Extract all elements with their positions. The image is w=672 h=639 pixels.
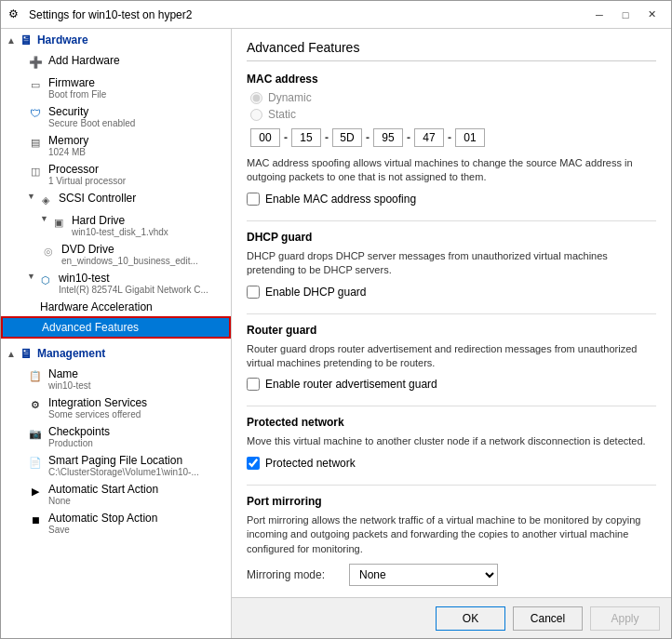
titlebar: ⚙ Settings for win10-test on hyper2 ─ □ … — [1, 1, 671, 29]
mac-field-2[interactable] — [291, 128, 321, 147]
radio-static-input[interactable] — [250, 109, 262, 121]
sidebar-item-dvd-drive[interactable]: ◎ DVD Drive en_windows_10_business_edit.… — [1, 240, 231, 269]
sidebar-item-scsi-controller[interactable]: ▼ ◈ SCSI Controller — [1, 189, 231, 211]
management-icon: 🖥 — [20, 346, 33, 361]
dhcp-guard-section: DHCP guard DHCP guard drops DHCP server … — [247, 231, 656, 299]
mac-sep-2: - — [325, 131, 329, 144]
close-button[interactable]: ✕ — [639, 6, 664, 24]
maximize-button[interactable]: □ — [613, 6, 638, 24]
mac-field-1[interactable] — [250, 128, 280, 147]
window-title: Settings for win10-test on hyper2 — [29, 8, 587, 21]
router-guard-checkbox-label: Enable router advertisement guard — [265, 378, 437, 391]
sidebar-item-processor[interactable]: ◫ Processor 1 Virtual processor — [1, 160, 231, 189]
sidebar-item-memory[interactable]: ▤ Memory 1024 MB — [1, 131, 231, 160]
name-text: Name win10-test — [48, 367, 91, 391]
dhcp-guard-checkbox-label: Enable DHCP guard — [265, 286, 367, 299]
mac-sep-5: - — [448, 131, 451, 144]
router-guard-label: Router guard — [247, 324, 656, 337]
mac-field-5[interactable] — [414, 128, 444, 147]
mirroring-mode-select[interactable]: None Source Destination — [349, 564, 498, 586]
mac-sep-3: - — [366, 131, 370, 144]
dvd-text: DVD Drive en_windows_10_business_edit... — [61, 243, 198, 266]
sidebar-item-integration-services[interactable]: ⚙ Integration Services Some services off… — [1, 393, 231, 422]
protected-network-desc: Move this virtual machine to another clu… — [247, 434, 656, 448]
processor-text: Processor 1 Virtual processor — [48, 163, 126, 186]
protected-network-checkbox[interactable] — [247, 457, 260, 470]
management-section-label: Management — [37, 347, 105, 360]
radio-dynamic[interactable]: Dynamic — [250, 91, 656, 104]
memory-text: Memory 1024 MB — [48, 134, 88, 157]
firmware-icon: ▭ — [27, 76, 44, 93]
mac-field-6[interactable] — [455, 128, 485, 147]
hard-drive-expand-icon: ▼ — [40, 214, 48, 223]
sidebar-item-firmware[interactable]: ▭ Firmware Boot from File — [1, 73, 231, 102]
mac-address-section: MAC address Dynamic Static — [247, 73, 656, 206]
hardware-expand-icon: ▲ — [7, 35, 16, 46]
port-mirroring-section: Port mirroring Port mirroring allows the… — [247, 495, 656, 586]
divider-1 — [247, 220, 656, 221]
protected-network-label: Protected network — [247, 416, 656, 429]
sidebar-item-security[interactable]: 🛡 Security Secure Boot enabled — [1, 102, 231, 131]
sidebar-item-hw-acceleration[interactable]: Hardware Acceleration — [1, 298, 231, 316]
ok-button[interactable]: OK — [436, 606, 505, 631]
router-guard-section: Router guard Router guard drops router a… — [247, 324, 656, 392]
auto-start-icon: ▶ — [27, 483, 44, 499]
sidebar-item-add-hardware[interactable]: ➕ Add Hardware — [1, 51, 231, 73]
apply-button[interactable]: Apply — [590, 606, 660, 631]
panel-title: Advanced Features — [247, 40, 656, 61]
radio-static[interactable]: Static — [250, 108, 656, 121]
titlebar-buttons: ─ □ ✕ — [587, 6, 664, 24]
router-guard-checkbox[interactable] — [247, 378, 260, 391]
mac-sep-1: - — [284, 131, 288, 144]
smart-paging-text: Smart Paging File Location C:\ClusterSto… — [48, 454, 199, 477]
sidebar-item-nic[interactable]: ▼ ⬡ win10-test Intel(R) 82574L Gigabit N… — [1, 269, 231, 298]
sidebar-item-advanced-features[interactable]: Advanced Features — [1, 316, 231, 339]
mac-fields: - - - - - — [250, 128, 656, 147]
mac-field-3[interactable] — [332, 128, 362, 147]
right-content: Advanced Features MAC address Dynamic St… — [232, 29, 671, 597]
scsi-expand-icon: ▼ — [27, 192, 35, 201]
sidebar-item-auto-stop[interactable]: ⏹ Automatic Stop Action Save — [1, 509, 231, 538]
sidebar-item-name[interactable]: 📋 Name win10-test — [1, 365, 231, 393]
sidebar-item-smart-paging[interactable]: 📄 Smart Paging File Location C:\ClusterS… — [1, 451, 231, 480]
divider-2 — [247, 313, 656, 314]
main-window: ⚙ Settings for win10-test on hyper2 ─ □ … — [0, 0, 672, 639]
mirroring-mode-row: Mirroring mode: None Source Destination — [247, 564, 656, 586]
sidebar-item-hard-drive[interactable]: ▼ ▣ Hard Drive win10-test_disk_1.vhdx — [1, 211, 231, 240]
add-hardware-text: Add Hardware — [48, 54, 120, 67]
cancel-button[interactable]: Cancel — [513, 606, 583, 631]
dhcp-guard-checkbox-row: Enable DHCP guard — [247, 286, 656, 299]
integration-icon: ⚙ — [27, 396, 44, 413]
mac-spoofing-checkbox[interactable] — [247, 193, 260, 206]
sidebar-item-auto-start[interactable]: ▶ Automatic Start Action None — [1, 480, 231, 509]
radio-dynamic-input[interactable] — [250, 92, 262, 104]
sidebar-item-checkpoints[interactable]: 📷 Checkpoints Production — [1, 422, 231, 451]
dhcp-guard-label: DHCP guard — [247, 231, 656, 244]
dvd-icon: ◎ — [40, 243, 57, 260]
divider-4 — [247, 485, 656, 486]
bottom-bar: OK Cancel Apply — [232, 597, 671, 638]
window-icon: ⚙ — [8, 7, 23, 22]
nic-text: win10-test Intel(R) 82574L Gigabit Netwo… — [59, 272, 208, 295]
add-hardware-icon: ➕ — [27, 54, 44, 71]
nic-icon: ⬡ — [37, 272, 54, 288]
hardware-section-header: ▲ 🖥 Hardware — [1, 29, 231, 51]
right-panel: Advanced Features MAC address Dynamic St… — [232, 29, 671, 638]
checkpoints-icon: 📷 — [27, 425, 44, 442]
scsi-icon: ◈ — [37, 192, 54, 208]
mac-spoofing-label: Enable MAC address spoofing — [265, 193, 416, 206]
hardware-section-label: Hardware — [37, 33, 88, 47]
left-panel: ▲ 🖥 Hardware ➕ Add Hardware ▭ Firmware B… — [1, 29, 232, 638]
auto-start-text: Automatic Start Action None — [48, 483, 158, 506]
hw-acceleration-text: Hardware Acceleration — [40, 300, 153, 313]
hard-drive-icon: ▣ — [50, 214, 67, 231]
dhcp-guard-checkbox[interactable] — [247, 286, 260, 299]
management-expand-icon: ▲ — [7, 349, 16, 359]
radio-dynamic-label: Dynamic — [268, 91, 312, 104]
port-mirroring-desc: Port mirroring allows the network traffi… — [247, 513, 656, 556]
minimize-button[interactable]: ─ — [587, 6, 612, 24]
management-section-header: ▲ 🖥 Management — [1, 342, 231, 365]
protected-network-section: Protected network Move this virtual mach… — [247, 416, 656, 469]
mac-field-4[interactable] — [373, 128, 403, 147]
advanced-features-text: Advanced Features — [42, 321, 139, 334]
